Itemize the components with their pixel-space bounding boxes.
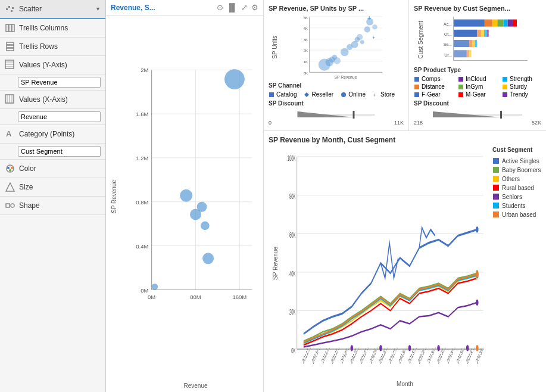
values-y-icon [5, 60, 15, 70]
sp-channel-legend: SP Channel Catalog Reseller [269, 82, 404, 98]
svg-marker-85 [304, 92, 309, 97]
svg-rect-103 [513, 20, 517, 27]
bar-chart-icon[interactable]: ▐▌ [227, 3, 238, 12]
values-y-header[interactable]: Values (Y-Axis) [0, 56, 105, 74]
target-icon[interactable]: ⊙ [217, 3, 223, 12]
svg-rect-175 [493, 176, 499, 182]
svg-rect-101 [504, 20, 508, 27]
right-charts: SP Revenue, SP Units by SP ... SP Units [264, 0, 546, 392]
sp-units-y-label: SP Units [272, 36, 278, 59]
channel-store: + Store [373, 91, 395, 98]
svg-rect-114 [467, 50, 469, 57]
color-icon [5, 163, 15, 174]
sp-discount-left-max: 11K [394, 120, 404, 126]
legend-rural: Rural based [492, 184, 541, 191]
scatter-row[interactable]: Scatter ▼ [0, 0, 105, 19]
values-x-icon [5, 94, 15, 105]
svg-rect-108 [486, 30, 488, 37]
svg-rect-107 [484, 30, 486, 37]
channel-legend-items: Catalog Reseller Online + [269, 91, 404, 98]
svg-text:2012/...: 2012/... [369, 343, 379, 365]
svg-point-86 [341, 92, 346, 97]
svg-text:1.2M: 1.2M [136, 155, 148, 161]
svg-text:40K: 40K [289, 269, 295, 278]
sp-units-y-label-container: SP Units [269, 14, 280, 80]
svg-text:0.8M: 0.8M [136, 199, 148, 206]
category-icon: A [5, 129, 15, 139]
values-x-header[interactable]: Values (X-Axis) [0, 91, 105, 109]
size-row[interactable]: Size [0, 178, 105, 197]
product-fgear: F-Gear [414, 91, 453, 98]
sp-revenue-units-title: SP Revenue, SP Units by SP ... [269, 5, 404, 12]
svg-rect-104 [454, 30, 477, 37]
svg-point-20 [7, 167, 10, 169]
svg-rect-105 [477, 30, 481, 37]
svg-point-22 [9, 169, 11, 172]
color-row[interactable]: Color [0, 160, 105, 178]
svg-rect-1 [8, 6, 10, 8]
svg-rect-117 [458, 77, 463, 82]
scatter-chart-container: SP Revenue [106, 15, 263, 392]
svg-rect-110 [469, 40, 472, 47]
svg-point-166 [476, 271, 478, 277]
svg-point-161 [476, 226, 478, 232]
svg-text:160M: 160M [232, 294, 247, 300]
category-header[interactable]: A Category (Points) [0, 125, 105, 144]
sp-discount-left-label: SP Discount [269, 100, 404, 107]
svg-rect-102 [508, 20, 513, 27]
bottom-chart: SP Revenue by Month, Cust Segment SP Rev… [264, 131, 546, 392]
svg-text:60K: 60K [289, 231, 295, 239]
svg-text:1.6M: 1.6M [136, 111, 148, 117]
values-x-field-row [0, 109, 105, 125]
values-x-input[interactable] [18, 111, 101, 122]
scatter-svg: 2M 1.6M 1.2M 0.8M 0.4M 0M 0M 80M 160M [133, 20, 258, 377]
svg-rect-3 [12, 7, 14, 9]
svg-point-80 [372, 24, 377, 29]
trellis-rows-row[interactable]: Trellis Rows [0, 38, 105, 56]
values-y-field-row [0, 74, 105, 91]
legend-title: Cust Segment [492, 147, 541, 153]
product-comps: Comps [414, 76, 453, 82]
svg-point-47 [180, 189, 192, 202]
svg-rect-116 [414, 77, 419, 82]
svg-text:0.4M: 0.4M [136, 243, 148, 250]
svg-rect-2 [11, 10, 13, 12]
sp-segment-body: Cust Segment Ac... Ot... Se... [414, 14, 541, 66]
svg-point-169 [408, 345, 411, 351]
svg-rect-112 [475, 40, 477, 47]
expand-icon[interactable]: ⤢ [241, 3, 248, 12]
settings-icon[interactable]: ⚙ [251, 3, 258, 12]
product-distance: Distance [414, 83, 453, 90]
sp-units-svg-container: 5K 4K 3K 2K 1K 0K [280, 14, 404, 80]
category-label: Category (Points) [19, 130, 74, 138]
legend-seniors: Seniors [492, 193, 541, 200]
svg-rect-174 [493, 167, 499, 173]
shape-row[interactable]: Shape [0, 197, 105, 215]
svg-rect-123 [458, 92, 463, 97]
svg-rect-4 [6, 24, 8, 32]
sp-discount-right-values: 218 52K [414, 120, 541, 126]
svg-text:2013/...: 2013/... [417, 343, 427, 365]
svg-rect-90 [353, 111, 355, 119]
legend-baby-boomers: Baby Boomers [492, 166, 541, 173]
svg-rect-24 [6, 204, 10, 207]
svg-rect-118 [503, 77, 507, 82]
sp-units-chart-body: SP Units [269, 14, 404, 80]
trellis-rows-label: Trellis Rows [19, 42, 101, 51]
scatter-x-label: Revenue [133, 382, 258, 389]
svg-point-168 [379, 345, 382, 351]
scatter-dropdown-arrow[interactable]: ▼ [95, 6, 101, 12]
sp-discount-right-track [414, 108, 541, 119]
svg-text:3K: 3K [304, 38, 308, 42]
category-input[interactable] [18, 146, 101, 157]
sp-discount-right-max: 52K [532, 120, 541, 126]
values-y-input[interactable] [18, 77, 101, 88]
trellis-columns-row[interactable]: Trellis Columns [0, 19, 105, 38]
bottom-svg-container: 100K 80K 60K 40K 20K 0K 2011/... 2011/..… [282, 147, 488, 379]
svg-text:2013/...: 2013/... [398, 343, 408, 365]
bottom-svg: 100K 80K 60K 40K 20K 0K 2011/... 2011/..… [282, 147, 488, 379]
trellis-columns-label: Trellis Columns [19, 24, 101, 32]
scatter-panel: Revenue, S... ⊙ ▐▌ ⤢ ⚙ SP Revenue [106, 0, 264, 392]
svg-point-170 [437, 345, 439, 351]
legend-students: Students [492, 202, 541, 209]
